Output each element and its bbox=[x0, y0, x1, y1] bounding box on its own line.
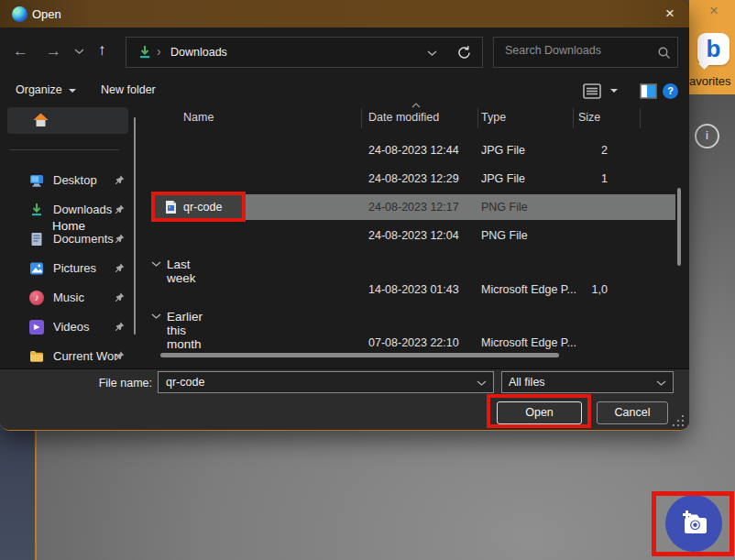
bing-letter: b bbox=[697, 33, 730, 64]
sidebar-item-desktop[interactable]: Desktop bbox=[7, 168, 134, 193]
table-row[interactable]: 24-08-2023 12:44 JPG File 2 bbox=[151, 137, 675, 163]
group-collapse-chevron-icon bbox=[151, 261, 161, 268]
resize-grip[interactable] bbox=[673, 415, 684, 426]
file-type-value: All files bbox=[509, 376, 545, 389]
sidebar-item-label: Pictures bbox=[53, 261, 96, 275]
edge-logo-icon bbox=[12, 6, 27, 22]
cell-size: 1 bbox=[574, 166, 608, 192]
back-icon[interactable]: ← bbox=[13, 42, 28, 60]
cell-size: 1,0 bbox=[574, 277, 608, 302]
table-row[interactable]: 07-08-2023 22:10 Microsoft Edge P... bbox=[151, 330, 675, 356]
table-row[interactable]: 24-08-2023 12:04 PNG File bbox=[151, 223, 675, 248]
column-separator[interactable] bbox=[573, 108, 574, 128]
refresh-icon[interactable] bbox=[456, 45, 472, 60]
sidebar-item-label: Documents bbox=[53, 232, 114, 246]
folder-icon bbox=[29, 349, 44, 364]
table-row[interactable]: 24-08-2023 12:29 JPG File 1 bbox=[151, 166, 675, 192]
sidebar-item-label: Current Worl bbox=[53, 349, 117, 363]
view-details-icon[interactable] bbox=[583, 83, 601, 99]
cell-date: 07-08-2023 22:10 bbox=[368, 330, 459, 356]
cell-type: JPG File bbox=[481, 166, 525, 192]
music-icon: ♪ bbox=[29, 291, 44, 305]
pin-icon[interactable] bbox=[115, 175, 125, 185]
pin-icon[interactable] bbox=[115, 204, 125, 214]
file-name-combobox[interactable] bbox=[158, 371, 494, 393]
screenshot-stage: × b avorites i Open × ← → ↑ bbox=[0, 0, 735, 560]
vertical-scrollbar[interactable] bbox=[677, 188, 681, 266]
cancel-button[interactable]: Cancel bbox=[597, 401, 668, 424]
column-header-type[interactable]: Type bbox=[481, 111, 506, 124]
sidebar-divider bbox=[9, 149, 119, 150]
favorites-flyout-panel: × b avorites bbox=[689, 0, 735, 94]
chevron-down-icon bbox=[477, 380, 487, 387]
table-row[interactable]: 14-08-2023 01:43 Microsoft Edge P... 1,0 bbox=[151, 277, 675, 302]
breadcrumb-chevron-icon: › bbox=[157, 44, 161, 59]
organize-button[interactable]: Organize bbox=[16, 83, 62, 96]
cell-date: 24-08-2023 12:44 bbox=[368, 137, 459, 163]
home-icon bbox=[33, 113, 49, 127]
videos-icon: ▶ bbox=[29, 320, 44, 335]
cell-date: 14-08-2023 01:43 bbox=[368, 277, 459, 302]
annotation-box-open-button bbox=[487, 394, 591, 428]
view-dropdown-caret-icon[interactable] bbox=[610, 89, 618, 93]
pictures-icon bbox=[29, 261, 44, 276]
cell-date: 24-08-2023 12:17 bbox=[368, 194, 459, 220]
pin-icon[interactable] bbox=[115, 292, 125, 302]
sidebar-item-label: Videos bbox=[53, 320, 90, 334]
cell-type: PNG File bbox=[481, 194, 528, 220]
sidebar-item-documents[interactable]: Documents bbox=[7, 226, 134, 252]
column-header-date-modified[interactable]: Date modified bbox=[368, 111, 439, 124]
flyout-close-icon[interactable]: × bbox=[709, 2, 719, 20]
info-icon[interactable]: i bbox=[695, 124, 719, 148]
column-header-size[interactable]: Size bbox=[578, 111, 600, 124]
file-name-label: File name: bbox=[92, 377, 152, 390]
chevron-down-icon bbox=[656, 380, 666, 387]
file-type-combobox[interactable]: All files bbox=[501, 371, 674, 393]
group-collapse-chevron-icon bbox=[151, 313, 161, 320]
pin-icon[interactable] bbox=[115, 322, 125, 332]
pin-icon[interactable] bbox=[115, 351, 125, 361]
preview-pane-icon[interactable] bbox=[640, 83, 657, 99]
file-name-input[interactable] bbox=[164, 375, 470, 390]
up-icon[interactable]: ↑ bbox=[98, 41, 106, 60]
documents-icon bbox=[29, 232, 44, 247]
column-separator[interactable] bbox=[640, 108, 641, 128]
new-folder-button[interactable]: New folder bbox=[101, 83, 156, 96]
pin-icon[interactable] bbox=[115, 234, 125, 244]
forward-icon[interactable]: → bbox=[46, 42, 61, 60]
cell-type: PNG File bbox=[481, 223, 528, 248]
sidebar-item-home[interactable]: Home bbox=[7, 107, 128, 134]
sidebar-item-videos[interactable]: ▶ Videos bbox=[7, 314, 134, 340]
recent-locations-chevron-icon[interactable] bbox=[74, 49, 84, 55]
sidebar-item-label: Desktop bbox=[53, 173, 97, 187]
search-box[interactable] bbox=[493, 37, 678, 68]
organize-dropdown-caret-icon bbox=[69, 89, 76, 93]
cell-date: 24-08-2023 12:04 bbox=[368, 223, 459, 248]
sidebar-item-pictures[interactable]: Pictures bbox=[7, 256, 134, 281]
search-input[interactable] bbox=[503, 43, 653, 58]
sidebar-item-music[interactable]: ♪ Music bbox=[7, 285, 134, 311]
cell-type: Microsoft Edge P... bbox=[481, 277, 576, 302]
search-icon bbox=[657, 46, 672, 60]
sidebar-scrollbar[interactable] bbox=[134, 117, 136, 335]
help-icon[interactable]: ? bbox=[663, 83, 678, 99]
sidebar-item-downloads[interactable]: Downloads bbox=[7, 197, 134, 223]
annotation-box-qr-code bbox=[151, 192, 246, 222]
sidebar-item-label: Downloads bbox=[53, 203, 112, 216]
address-dropdown-chevron-icon[interactable] bbox=[427, 50, 437, 57]
open-file-dialog: Open × ← → ↑ › Downloads bbox=[0, 0, 689, 431]
sidebar-item-current-work[interactable]: Current Worl bbox=[7, 344, 134, 369]
breadcrumb-location[interactable]: Downloads bbox=[170, 46, 227, 59]
cell-type: JPG File bbox=[481, 137, 525, 163]
pin-icon[interactable] bbox=[115, 263, 125, 273]
horizontal-scrollbar[interactable] bbox=[160, 353, 559, 357]
dialog-titlebar[interactable]: Open × bbox=[0, 0, 689, 27]
dialog-close-icon[interactable]: × bbox=[660, 5, 680, 23]
column-separator[interactable] bbox=[477, 108, 478, 128]
downloads-icon bbox=[29, 203, 44, 217]
address-bar[interactable]: › Downloads bbox=[126, 37, 483, 68]
column-separator[interactable] bbox=[361, 108, 362, 128]
column-header-name[interactable]: Name bbox=[183, 111, 214, 124]
dialog-title: Open bbox=[32, 7, 61, 21]
bing-logo[interactable]: b bbox=[697, 33, 730, 65]
